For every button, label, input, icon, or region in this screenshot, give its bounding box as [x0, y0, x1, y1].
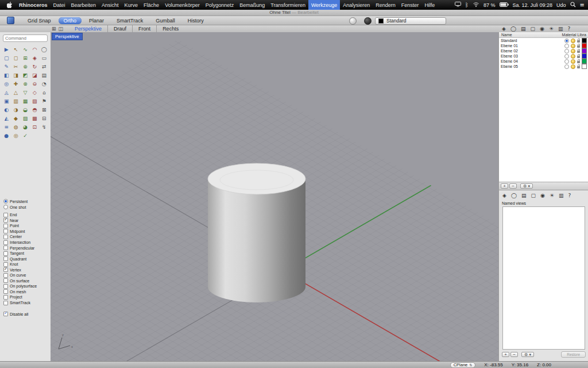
perspective-viewport[interactable]: x y Perspektive: [51, 32, 498, 362]
tool-icon[interactable]: ▥: [12, 97, 20, 105]
command-input[interactable]: [3, 34, 48, 42]
tool-icon[interactable]: ⇄: [40, 63, 48, 70]
remove-view-button[interactable]: −: [510, 352, 518, 357]
layer-color-swatch[interactable]: [582, 43, 587, 48]
apple-menu-icon[interactable]: [6, 1, 14, 9]
layer-lock-icon[interactable]: [577, 56, 580, 58]
menu-item[interactable]: Hilfe: [421, 0, 438, 10]
tool-icon[interactable]: ▧: [30, 97, 38, 105]
panel-tab-icon[interactable]: ◉: [540, 193, 545, 198]
mode-toggle-button[interactable]: Grid Snap: [22, 17, 56, 24]
layer-color-swatch[interactable]: [582, 38, 587, 43]
notification-center-icon[interactable]: ≡: [580, 2, 585, 8]
layer-lock-icon[interactable]: [577, 51, 580, 53]
layer-visibility-bulb-icon[interactable]: [571, 49, 575, 53]
tool-icon[interactable]: △: [12, 89, 20, 96]
toolbar-sphere-button[interactable]: [349, 17, 357, 25]
tool-icon[interactable]: ▣: [2, 97, 10, 105]
tool-icon[interactable]: ⌂: [40, 89, 48, 96]
osnap-checkbox-row[interactable]: Knot: [3, 262, 49, 267]
layer-lock-icon[interactable]: [577, 66, 580, 68]
tool-icon[interactable]: ◨: [12, 71, 20, 79]
disable-all-checkbox-row[interactable]: Disable all: [3, 311, 49, 317]
mode-toggle-button[interactable]: SmartTrack: [111, 17, 148, 24]
tool-icon[interactable]: ▭: [40, 54, 48, 62]
osnap-checkbox-row[interactable]: On mesh: [3, 289, 49, 295]
tool-icon[interactable]: ◐: [2, 106, 10, 113]
current-layer-radio[interactable]: [564, 54, 569, 59]
bluetooth-icon[interactable]: ᛒ: [465, 2, 469, 8]
menu-item[interactable]: Datei: [51, 0, 68, 10]
tool-icon[interactable]: ◈: [30, 54, 38, 62]
osnap-checkbox-row[interactable]: Near: [3, 218, 49, 224]
remove-layer-button[interactable]: −: [509, 183, 517, 189]
menu-item[interactable]: Polygonnetz: [203, 0, 237, 10]
panel-tab-icon[interactable]: ☀: [550, 193, 554, 198]
tool-icon[interactable]: ◎: [2, 80, 10, 87]
toolbar-record-button[interactable]: [364, 17, 372, 25]
named-views-list[interactable]: [502, 206, 585, 350]
wifi-icon[interactable]: [473, 2, 479, 8]
panel-tab-icon[interactable]: ▥: [558, 26, 563, 32]
osnap-checkbox-row[interactable]: On curve: [3, 273, 49, 278]
menu-item[interactable]: Rendern: [373, 0, 399, 10]
layer-row[interactable]: Standard: [499, 38, 588, 43]
tool-icon[interactable]: ⊟: [40, 114, 48, 122]
mode-toggle-button[interactable]: Planar: [84, 17, 109, 24]
viewport-layout-4-icon[interactable]: ⊞: [52, 26, 56, 32]
current-layer-radio[interactable]: [564, 39, 569, 43]
tool-icon[interactable]: ✓: [21, 132, 29, 139]
menu-bar-clock[interactable]: Sa. 12. Juli 09:28: [513, 2, 553, 8]
tool-icon[interactable]: ◭: [2, 114, 10, 122]
panel-tab-icon[interactable]: ☀: [549, 26, 554, 32]
tool-icon[interactable]: ⚑: [40, 97, 48, 105]
panel-tab-icon[interactable]: ?: [567, 26, 570, 32]
tool-icon[interactable]: ⊗: [21, 80, 29, 87]
tool-icon[interactable]: ✂: [12, 63, 20, 70]
tool-icon[interactable]: ◻: [12, 54, 20, 62]
viewport-title-badge[interactable]: Perspektive: [52, 33, 83, 40]
tool-icon[interactable]: ≡: [2, 123, 10, 131]
mode-toggle-button[interactable]: History: [183, 17, 209, 24]
tool-icon[interactable]: ▤: [40, 71, 48, 79]
tool-icon[interactable]: ▩: [30, 114, 38, 122]
layer-visibility-bulb-icon[interactable]: [571, 54, 575, 59]
layer-visibility-bulb-icon[interactable]: [571, 44, 575, 48]
tool-icon[interactable]: ◍: [12, 123, 20, 131]
osnap-checkbox-row[interactable]: Intersection: [3, 240, 49, 246]
layer-color-swatch[interactable]: [582, 53, 587, 59]
panel-tab-icon[interactable]: ◈: [502, 26, 506, 32]
tool-icon[interactable]: ▦: [21, 97, 29, 105]
tool-icon[interactable]: ◕: [21, 123, 29, 131]
add-layer-button[interactable]: +: [501, 183, 508, 189]
tool-icon[interactable]: ◯: [40, 45, 48, 53]
osnap-checkbox-row[interactable]: Vertex: [3, 267, 49, 273]
panel-tab-icon[interactable]: ◯: [510, 26, 516, 32]
tool-icon[interactable]: ◬: [2, 89, 10, 96]
panel-tab-icon[interactable]: ▢: [531, 193, 536, 198]
layers-gear-menu[interactable]: ⚙ ▾: [520, 183, 533, 189]
layer-lock-icon[interactable]: [577, 61, 580, 63]
osnap-checkbox-row[interactable]: Perpendicular: [3, 245, 49, 251]
current-layer-radio[interactable]: [564, 44, 569, 48]
tool-icon[interactable]: ✎: [2, 63, 10, 70]
document-proxy-icon[interactable]: [7, 17, 14, 24]
add-view-button[interactable]: +: [502, 352, 509, 357]
viewport-layout-2-icon[interactable]: ◫: [59, 26, 64, 32]
panel-tab-icon[interactable]: ▢: [531, 26, 536, 32]
menu-item[interactable]: Fläche: [141, 0, 162, 10]
tool-icon[interactable]: ◪: [30, 71, 38, 79]
osnap-checkbox-row[interactable]: Project: [3, 294, 49, 300]
panel-tab-icon[interactable]: ?: [568, 193, 571, 198]
menu-item[interactable]: Analysieren: [340, 0, 373, 10]
tool-icon[interactable]: ◩: [21, 71, 29, 79]
layer-row[interactable]: Ebene 01: [499, 43, 588, 48]
osnap-radio-row[interactable]: Persistent: [3, 198, 49, 204]
osnap-checkbox-row[interactable]: Tangent: [3, 251, 49, 256]
osnap-checkbox-row[interactable]: End: [3, 212, 49, 218]
osnap-checkbox-row[interactable]: SmartTrack: [3, 300, 49, 306]
mode-toggle-button[interactable]: Gumball: [150, 17, 180, 24]
tool-icon[interactable]: ◧: [2, 71, 10, 79]
layer-row[interactable]: Ebene 03: [499, 53, 588, 59]
current-layer-radio[interactable]: [564, 49, 569, 53]
